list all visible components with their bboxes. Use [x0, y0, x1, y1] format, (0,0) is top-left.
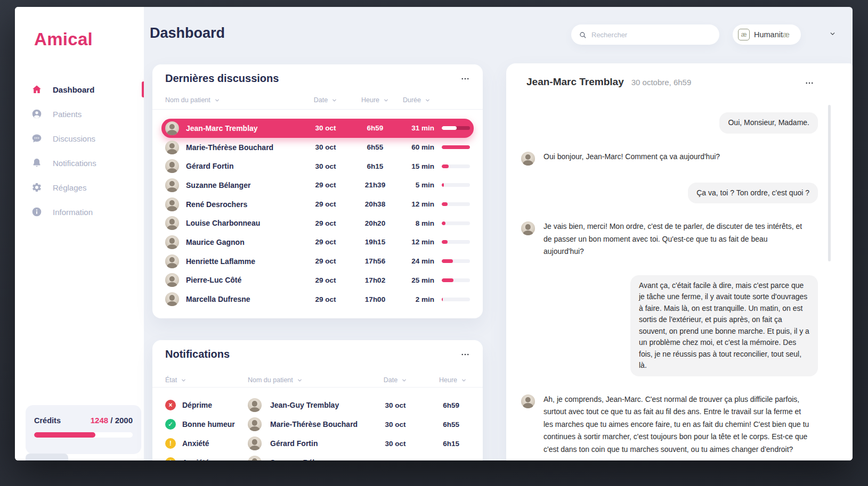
amical-logo: Amical [34, 29, 93, 50]
sidebar-item[interactable]: Patients [15, 102, 144, 126]
notifications-column-headers: État Nom du patient Date Heure [152, 376, 483, 384]
status-icon: ✓ [165, 419, 176, 430]
chat-scrollbar[interactable] [828, 105, 831, 261]
duration-bar [442, 183, 470, 187]
sidebar-item[interactable]: Notifications [15, 151, 144, 175]
column-header-patient[interactable]: Nom du patient [248, 376, 370, 384]
notification-row[interactable]: ✓ Bonne humeur Marie-Thérèse Bouchard 30… [152, 415, 483, 434]
avatar [165, 121, 179, 135]
table-row[interactable]: Suzanne Bélanger 29 oct 21h39 5 min [161, 176, 474, 195]
table-row[interactable]: Jean-Marc Tremblay 30 oct 6h59 31 min [161, 119, 474, 138]
discussions-card: Dernières discussions Nom du patient Dat… [152, 64, 483, 318]
column-header-time[interactable]: Heure [421, 376, 470, 384]
avatar [165, 292, 179, 306]
discussion-duration: 5 min [399, 181, 434, 189]
duration-bar [442, 278, 470, 282]
avatar [248, 417, 262, 431]
org-selector[interactable]: æ Humanitæ [733, 24, 801, 45]
sidebar-item[interactable]: Discussions [15, 126, 144, 151]
duration-bar [442, 240, 470, 244]
discussion-duration: 2 min [399, 295, 434, 303]
more-icon[interactable] [805, 78, 814, 88]
discussion-time: 6h59 [351, 124, 399, 132]
avatar [165, 178, 179, 192]
table-row[interactable]: René Desrochers 29 oct 20h38 12 min [161, 195, 474, 214]
discussion-date: 29 oct [300, 276, 351, 284]
gear-icon [31, 182, 42, 193]
notification-state: ! Anxiété [165, 438, 248, 449]
chevron-down-icon [214, 97, 220, 103]
search-field[interactable] [571, 24, 719, 45]
discussion-duration: 31 min [399, 124, 434, 132]
sidebar-item-label: Réglages [53, 183, 86, 192]
duration-bar-fill [442, 202, 448, 206]
page-title: Dashboard [150, 25, 225, 42]
table-row[interactable]: Marie-Thérèse Bouchard 30 oct 6h55 60 mi… [161, 138, 474, 157]
chevron-down-icon [297, 377, 303, 383]
credits-used: 1248 [91, 416, 108, 425]
duration-bar [442, 259, 470, 263]
more-icon[interactable] [460, 74, 470, 84]
notification-time: 21h39 [421, 459, 470, 461]
column-header-duration[interactable]: Durée [399, 96, 434, 104]
chat-message: Je vais bien, merci! Mon ordre, c'est de… [521, 220, 818, 258]
notification-row[interactable]: ! Anxiété Suzanne Bélanger 29 oct 21h39 [152, 453, 483, 460]
user-icon [31, 109, 42, 119]
search-input[interactable] [591, 31, 712, 39]
notifications-title: Notifications [165, 348, 230, 360]
search-icon [579, 31, 587, 39]
sidebar: Amical Dashboard Patients Discussions [15, 7, 144, 460]
column-header-date[interactable]: Date [300, 96, 351, 104]
sidebar-item[interactable]: Information [15, 200, 144, 224]
discussion-date: 29 oct [300, 238, 351, 246]
chat-message: Ça va, toi ? Ton ordre, c'est quoi ? [521, 183, 818, 204]
table-row[interactable]: Louise Charbonneau 29 oct 20h20 8 min [161, 213, 474, 233]
table-row[interactable]: Marcella Dufresne 29 oct 17h00 2 min [161, 290, 474, 309]
discussion-date: 29 oct [300, 219, 351, 227]
discussion-date: 30 oct [300, 124, 351, 132]
notification-date: 30 oct [370, 401, 421, 409]
sidebar-item[interactable]: Réglages [15, 175, 144, 200]
table-row[interactable]: Maurice Gagnon 29 oct 19h15 12 min [161, 233, 474, 252]
more-icon[interactable] [460, 350, 470, 359]
duration-bar-fill [442, 240, 448, 244]
message-text: Avant ça, c'était facile à dire, mais c'… [630, 275, 818, 376]
discussion-time: 19h15 [351, 238, 399, 246]
column-header-patient[interactable]: Nom du patient [165, 96, 300, 104]
patient-name: Marie-Thérèse Bouchard [186, 143, 300, 152]
credits-label: Crédits [34, 416, 61, 425]
credits-progress [34, 432, 133, 438]
status-label: Déprime [182, 401, 212, 409]
duration-bar-fill [442, 183, 444, 187]
patient-name: Jean-Marc Tremblay [186, 124, 300, 133]
notification-time: 6h55 [421, 421, 470, 429]
discussion-time: 21h39 [351, 181, 399, 189]
discussion-duration: 60 min [399, 143, 434, 151]
discussion-date: 30 oct [300, 143, 351, 151]
discussions-column-headers: Nom du patient Date Heure Durée [152, 96, 483, 104]
org-badge: æ [738, 29, 750, 40]
avatar [165, 159, 179, 173]
chat-bubble-icon [31, 133, 42, 144]
chat-message: Avant ça, c'était facile à dire, mais c'… [521, 275, 818, 376]
notification-row[interactable]: ! Anxiété Gérard Fortin 30 oct 6h15 [152, 434, 483, 453]
chevron-down-icon [425, 97, 431, 103]
discussions-title: Dernières discussions [165, 72, 279, 85]
chat-message: Oui, Monsieur, Madame. [521, 112, 818, 134]
column-header-state[interactable]: État [165, 376, 248, 384]
sidebar-item-label: Information [53, 208, 93, 217]
discussion-duration: 25 min [399, 276, 434, 284]
sidebar-item[interactable]: Dashboard [15, 77, 144, 102]
table-row[interactable]: Gérard Fortin 30 oct 6h15 15 min [161, 156, 474, 176]
notification-row[interactable]: × Déprime Jean-Guy Tremblay 30 oct 6h59 [152, 396, 483, 415]
patient-name: Maurice Gagnon [186, 238, 300, 246]
column-header-date[interactable]: Date [370, 376, 421, 384]
discussion-time: 17h02 [351, 276, 399, 284]
notifications-card: Notifications État Nom du patient Date H… [152, 340, 483, 460]
chat-patient-name: Jean-Marc Tremblay [526, 76, 624, 88]
chevron-down-icon[interactable] [829, 30, 836, 37]
table-row[interactable]: Henriette Laflamme 29 oct 17h56 24 min [161, 252, 474, 271]
table-row[interactable]: Pierre-Luc Côté 29 oct 17h02 25 min [161, 271, 474, 290]
column-header-time[interactable]: Heure [351, 96, 399, 104]
avatar [248, 436, 262, 450]
